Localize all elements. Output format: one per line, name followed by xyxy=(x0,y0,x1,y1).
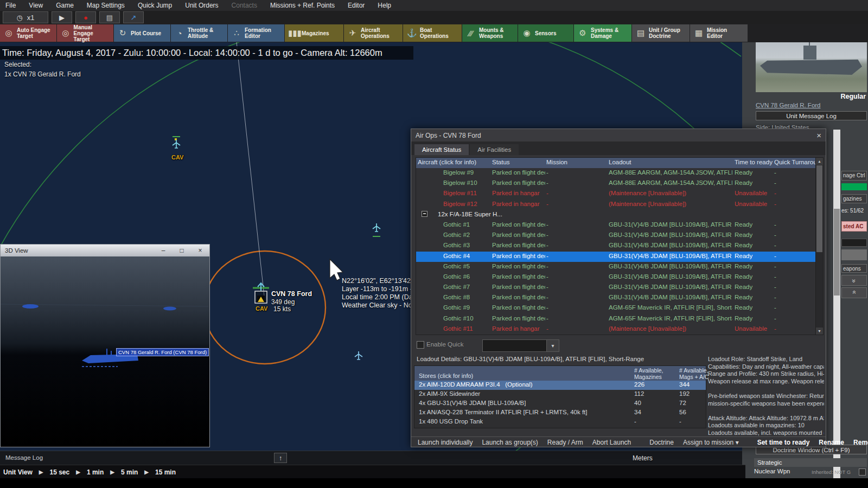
view3d-viewport[interactable]: CVN 78 Gerald R. Ford (CVN 78 Ford) xyxy=(1,256,209,446)
boat-operations-button[interactable]: ⚓ BoatOperations xyxy=(403,24,462,42)
stores-table[interactable]: Stores (click for info) # Available, Mag… xyxy=(414,365,706,428)
section-expand-down[interactable]: » xyxy=(841,275,867,286)
interval-15min[interactable]: 15 min xyxy=(155,468,176,476)
aircraft-row-selected[interactable]: Gothic #4Parked on flight deck-GBU-31(V)… xyxy=(416,252,815,262)
formation-editor-button[interactable]: ∴ FormationEditor xyxy=(228,24,284,42)
unit-view-label[interactable]: Unit View xyxy=(3,468,33,476)
aircraft-row[interactable]: Gothic #11Parked in hangar-(Maintenance … xyxy=(416,324,815,335)
aircraft-row[interactable]: Gothic #1Parked on flight deck-GBU-31(V)… xyxy=(416,220,815,230)
menu-editor[interactable]: Editor xyxy=(348,2,365,9)
nuclear-wpn-checkbox[interactable] xyxy=(859,468,866,476)
enable-quick-checkbox[interactable] xyxy=(417,341,424,349)
aircraft-row[interactable]: Gothic #3Parked on flight deck-GBU-31(V)… xyxy=(416,241,815,251)
menu-help[interactable]: Help xyxy=(378,2,391,9)
scrollbar-thumb[interactable] xyxy=(816,165,822,252)
magazines-sidebar-button[interactable]: gazines xyxy=(841,194,867,203)
close-icon[interactable]: × xyxy=(816,131,821,140)
menu-file[interactable]: File xyxy=(5,2,16,9)
sensors-button[interactable]: ◉ Sensors xyxy=(518,24,573,42)
aircraft-row[interactable]: Gothic #2Parked on flight deck-GBU-31(V)… xyxy=(416,230,815,241)
aircraft-row[interactable]: Bigelow #11Parked in hangar-(Maintenance… xyxy=(416,189,815,199)
aircraft-row[interactable]: Bigelow #10Parked on flight deck-AGM-88E… xyxy=(416,178,815,189)
time-compression-button[interactable]: ◷ x1 xyxy=(3,11,48,23)
scroll-down-icon[interactable]: ▼ xyxy=(816,328,823,335)
chevron-down-icon[interactable]: ▾ xyxy=(546,340,559,351)
printer-button[interactable]: ▤ xyxy=(99,11,120,23)
stores-row[interactable]: 4x GBU-31(V)4/B JDAM [BLU-109A/B]4072 xyxy=(414,399,706,408)
air-ops-titlebar[interactable]: Air Ops - CVN 78 Ford × xyxy=(411,129,826,142)
aircraft-group-row[interactable]: 12x F/A-18E Super H... xyxy=(416,210,815,220)
mounts-weapons-button[interactable]: ∕∕∕ Mounts &Weapons xyxy=(462,24,518,42)
menu-unit-orders[interactable]: Unit Orders xyxy=(185,2,218,9)
menu-map-settings[interactable]: Map Settings xyxy=(87,2,125,9)
aircraft-row[interactable]: Gothic #7Parked on flight deck-GBU-31(V)… xyxy=(416,282,815,293)
menu-contacts: Contacts xyxy=(232,2,257,9)
section-expand-up[interactable]: » xyxy=(841,287,867,298)
stores-row[interactable]: 1x 480 USG Drop Tank-- xyxy=(414,418,706,427)
aircraft-table[interactable]: Aircraft (click for info) Status Mission… xyxy=(416,157,816,335)
remove-button[interactable]: Remove xyxy=(853,439,868,446)
abort-launch-button[interactable]: Abort Launch xyxy=(592,439,631,446)
air-ops-dialog[interactable]: Air Ops - CVN 78 Ford × Aircraft Status … xyxy=(411,129,826,447)
minimize-button[interactable]: – xyxy=(154,247,173,254)
jump-button[interactable]: ↗ xyxy=(123,11,144,23)
unit-message-log-button[interactable]: Unit Message Log xyxy=(756,111,867,120)
play-button[interactable]: ▶ xyxy=(52,11,72,23)
quick-turnaround-dropdown[interactable]: ▾ xyxy=(482,339,559,352)
scrollbar-thumb[interactable] xyxy=(834,209,840,296)
aircraft-row[interactable]: Bigelow #9Parked on flight deck-AGM-88E … xyxy=(416,168,815,178)
interval-15sec[interactable]: 15 sec xyxy=(50,468,70,476)
aircraft-row[interactable]: Gothic #8Parked on flight deck-GBU-31(V)… xyxy=(416,293,815,303)
aircraft-row[interactable]: Gothic #9Parked on flight deck-AGM-65F M… xyxy=(416,303,815,313)
weapons-sidebar-button[interactable]: eapons xyxy=(841,264,867,273)
ready-arm-button[interactable]: Ready / Arm xyxy=(547,439,583,446)
stores-row-selected[interactable]: 2x AIM-120D AMRAAM P3I.4 (Optional)22634… xyxy=(414,381,706,390)
record-button[interactable]: ● xyxy=(75,11,96,23)
launch-individually-button[interactable]: Launch individually xyxy=(418,439,473,446)
throttle-altitude-button[interactable]: ◔ Throttle &Altitude xyxy=(171,24,227,42)
rename-button[interactable]: Rename xyxy=(819,439,844,446)
message-log-bar[interactable]: Message Log ↑ xyxy=(0,451,742,465)
menu-view[interactable]: View xyxy=(29,2,43,9)
launch-as-groups-button[interactable]: Launch as group(s) xyxy=(482,439,538,446)
stores-row[interactable]: 2x AIM-9X Sidewinder112192 xyxy=(414,390,706,399)
expand-message-log-button[interactable]: ↑ xyxy=(274,453,287,463)
hosted-ac-button[interactable]: sted AC xyxy=(841,221,867,232)
manual-engage-target-button[interactable]: ◎ ManualEngage Target xyxy=(57,24,113,42)
aircraft-row[interactable]: Bigelow #12Parked in hangar-(Maintenance… xyxy=(416,200,815,210)
set-time-to-ready-button[interactable]: Set time to ready xyxy=(757,439,810,446)
aircraft-row[interactable]: Gothic #10Parked on flight deck-AGM-65F … xyxy=(416,314,815,324)
interval-1min[interactable]: 1 min xyxy=(87,468,104,476)
sidebar-scrollbar[interactable] xyxy=(833,130,840,478)
doctrine-button[interactable]: Doctrine xyxy=(649,439,674,446)
menu-quick-jump[interactable]: Quick Jump xyxy=(138,2,172,9)
assign-to-mission-button[interactable]: Assign to mission ▾ xyxy=(683,439,739,446)
unit-db-link[interactable]: CVN 78 Gerald R. Ford xyxy=(756,102,821,108)
menu-game[interactable]: Game xyxy=(56,2,74,9)
aircraft-row[interactable]: Gothic #6Parked on flight deck-GBU-31(V)… xyxy=(416,272,815,282)
strategic-section-header[interactable]: Strategic xyxy=(754,458,867,467)
sidebar-input[interactable] xyxy=(841,239,867,247)
aircraft-operations-button[interactable]: ✈ AircraftOperations xyxy=(344,24,403,42)
systems-damage-button[interactable]: ⚙ Systems &Damage xyxy=(574,24,631,42)
view3d-window[interactable]: 3D View – □ × CVN 78 Gerald R. Ford (CVN… xyxy=(0,244,210,447)
stores-row[interactable]: 1x AN/ASQ-228 Terminator II ATFLIR [FLIR… xyxy=(414,408,706,418)
close-button[interactable]: × xyxy=(191,247,209,254)
scroll-up-icon[interactable]: ▲ xyxy=(816,158,823,165)
mission-editor-button[interactable]: ▦ MissionEditor xyxy=(690,24,748,42)
aircraft-row[interactable]: Gothic #5Parked on flight deck-GBU-31(V)… xyxy=(416,262,815,272)
view3d-titlebar[interactable]: 3D View – □ × xyxy=(1,245,209,256)
magazines-button[interactable]: ▮▮▮ Magazines xyxy=(285,24,343,42)
tab-aircraft-status[interactable]: Aircraft Status xyxy=(414,144,469,155)
unit-group-doctrine-button[interactable]: ▤ Unit / GroupDoctrine xyxy=(632,24,690,42)
sidebar-slider[interactable] xyxy=(841,249,867,260)
tab-air-facilities[interactable]: Air Facilities xyxy=(470,144,519,155)
auto-engage-target-button[interactable]: ◎ Auto EngageTarget xyxy=(0,24,56,42)
menu-missions-ref-points[interactable]: Missions + Ref. Points xyxy=(270,2,335,9)
damage-ctrl-button[interactable]: nage Ctrl xyxy=(841,171,867,181)
expand-box[interactable] xyxy=(422,211,427,217)
interval-5min[interactable]: 5 min xyxy=(121,468,138,476)
maximize-button[interactable]: □ xyxy=(173,247,191,254)
aircraft-table-scrollbar[interactable]: ▲ ▼ xyxy=(815,157,824,335)
plot-course-button[interactable]: ↻ Plot Course xyxy=(114,24,170,42)
